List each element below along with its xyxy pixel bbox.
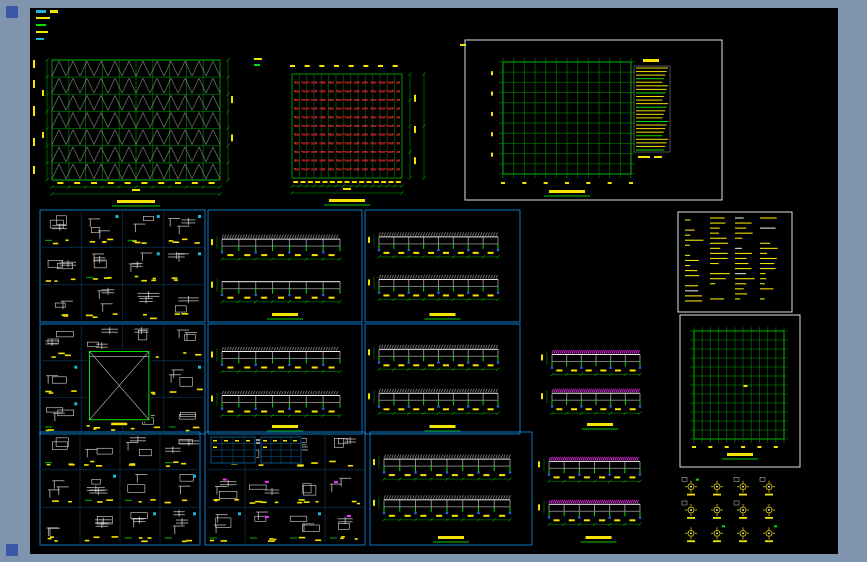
margin-marker-bottom (6, 544, 18, 556)
floor-hatch-plan (290, 65, 426, 205)
cad-drawing-surface (30, 8, 838, 554)
details-d (205, 432, 365, 545)
beam-elev-f (370, 432, 532, 545)
beam-elev-g (538, 457, 642, 542)
grid-plan-right (680, 315, 800, 467)
cad-canvas[interactable] (30, 8, 838, 554)
symbol-legend (682, 478, 777, 542)
margin-marker-top (6, 6, 18, 18)
tiny-annotations (33, 10, 466, 174)
beam-elev-c (208, 324, 362, 434)
details-a (40, 210, 205, 322)
beam-elev-b (365, 210, 520, 322)
beam-elev-a (208, 210, 362, 322)
grid-plan-sheet (465, 40, 722, 200)
viewer-background (0, 0, 867, 562)
details-c (40, 432, 200, 545)
details-b (40, 324, 205, 434)
notes (678, 212, 792, 312)
roof-framing-plan (42, 58, 233, 206)
beam-elev-d (365, 324, 520, 434)
beam-elev-e (541, 350, 642, 429)
